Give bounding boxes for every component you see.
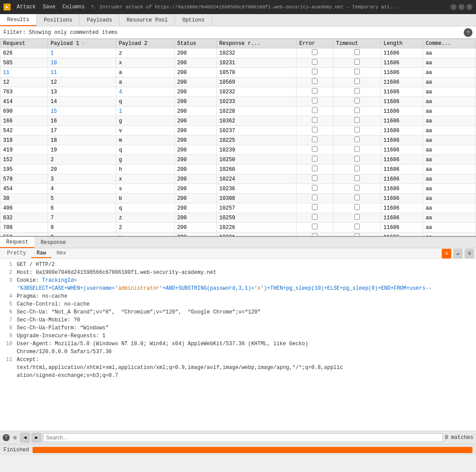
tab-positions[interactable]: Positions <box>37 14 80 26</box>
cell-timeout[interactable] <box>333 194 381 203</box>
table-row[interactable]: 578 3 x 200 10224 11606 aa <box>0 174 476 184</box>
error-checkbox[interactable] <box>312 166 318 171</box>
minimize-button[interactable]: − <box>450 4 457 10</box>
col-response[interactable]: Response r... <box>216 39 297 48</box>
tab-resource-pool[interactable]: Resource Pool <box>120 14 176 26</box>
error-checkbox[interactable] <box>312 224 318 229</box>
table-row[interactable]: 690 15 1 200 10228 11606 aa <box>0 107 476 116</box>
cell-error[interactable] <box>297 77 333 87</box>
error-checkbox[interactable] <box>312 49 318 55</box>
table-row[interactable]: 454 4 s 200 10236 11606 aa <box>0 184 476 194</box>
search-help-icon[interactable]: ? <box>3 434 10 441</box>
error-checkbox[interactable] <box>312 127 318 133</box>
cell-error[interactable] <box>297 68 333 77</box>
search-input[interactable] <box>43 433 443 442</box>
save-menu[interactable]: Save <box>40 3 58 11</box>
error-checkbox[interactable] <box>312 146 318 152</box>
tab-payloads[interactable]: Payloads <box>80 14 120 26</box>
payload-link[interactable]: 1 <box>119 108 122 114</box>
cell-timeout[interactable] <box>333 48 381 58</box>
cell-error[interactable] <box>297 213 333 223</box>
cell-error[interactable] <box>297 155 333 165</box>
cell-timeout[interactable] <box>333 107 381 116</box>
table-row[interactable]: 195 20 h 200 10260 11606 aa <box>0 165 476 174</box>
cell-timeout[interactable] <box>333 126 381 136</box>
cell-timeout[interactable] <box>333 136 381 145</box>
col-status[interactable]: Status <box>174 39 216 48</box>
cell-timeout[interactable] <box>333 77 381 87</box>
col-payload1[interactable]: Payload 1 ↑ <box>48 39 116 48</box>
table-row[interactable]: 166 16 g 200 10362 11606 aa <box>0 116 476 126</box>
timeout-checkbox[interactable] <box>354 224 360 229</box>
cell-error[interactable] <box>297 97 333 107</box>
col-request[interactable]: Request <box>0 39 48 48</box>
cell-timeout[interactable] <box>333 165 381 174</box>
close-button[interactable]: × <box>466 4 472 10</box>
timeout-checkbox[interactable] <box>354 146 360 152</box>
table-row[interactable]: 559 9 w 200 10231 11606 aa <box>0 232 476 237</box>
search-back-button[interactable]: ◀ <box>20 433 30 442</box>
error-checkbox[interactable] <box>312 175 318 181</box>
payload-link[interactable]: 4 <box>119 89 122 95</box>
error-checkbox[interactable] <box>312 107 318 113</box>
col-error[interactable]: Error <box>297 39 333 48</box>
table-row[interactable]: 152 2 g 200 10250 11606 aa <box>0 155 476 165</box>
cell-timeout[interactable] <box>333 58 381 68</box>
cell-timeout[interactable] <box>333 97 381 107</box>
col-payload2[interactable]: Payload 2 <box>116 39 175 48</box>
cell-error[interactable] <box>297 194 333 203</box>
table-row[interactable]: 419 19 q 200 10239 11606 aa <box>0 145 476 155</box>
cell-error[interactable] <box>297 107 333 116</box>
sub-tab-pretty[interactable]: Pretty <box>2 249 31 258</box>
timeout-checkbox[interactable] <box>354 233 360 237</box>
table-row[interactable]: 708 8 2 200 10226 11606 aa <box>0 223 476 232</box>
indent-button[interactable]: ↵ <box>453 249 463 258</box>
cell-error[interactable] <box>297 48 333 58</box>
cell-error[interactable] <box>297 184 333 194</box>
table-row[interactable]: 542 17 v 200 10237 11606 aa <box>0 126 476 136</box>
error-checkbox[interactable] <box>312 204 318 210</box>
error-checkbox[interactable] <box>312 88 318 94</box>
sub-tab-raw[interactable]: Raw <box>31 249 51 258</box>
error-checkbox[interactable] <box>312 78 318 84</box>
request-link[interactable]: 11 <box>3 70 9 76</box>
timeout-checkbox[interactable] <box>354 59 360 65</box>
cell-timeout[interactable] <box>333 184 381 194</box>
cell-timeout[interactable] <box>333 145 381 155</box>
error-checkbox[interactable] <box>312 233 318 237</box>
payload-link[interactable]: 15 <box>51 108 57 114</box>
sub-tab-hex[interactable]: Hex <box>51 249 72 258</box>
cell-timeout[interactable] <box>333 155 381 165</box>
timeout-checkbox[interactable] <box>354 49 360 55</box>
cell-error[interactable] <box>297 58 333 68</box>
table-row[interactable]: 318 18 m 200 10225 11606 aa <box>0 136 476 145</box>
maximize-button[interactable]: □ <box>458 4 465 10</box>
col-comment[interactable]: Comme... <box>423 39 476 48</box>
pane-tab-request[interactable]: Request <box>0 237 34 248</box>
cell-error[interactable] <box>297 232 333 237</box>
cell-error[interactable] <box>297 87 333 97</box>
help-button[interactable]: ? <box>464 28 472 37</box>
timeout-checkbox[interactable] <box>354 117 360 123</box>
timeout-checkbox[interactable] <box>354 127 360 133</box>
error-checkbox[interactable] <box>312 185 318 191</box>
tab-results[interactable]: Results <box>0 14 37 26</box>
more-button[interactable]: ≡ <box>465 249 474 258</box>
wordwrap-button[interactable]: ≡ <box>442 249 451 258</box>
table-row[interactable]: 414 14 q 200 10233 11606 aa <box>0 97 476 107</box>
timeout-checkbox[interactable] <box>354 204 360 210</box>
error-checkbox[interactable] <box>312 195 318 200</box>
col-length[interactable]: Length <box>381 39 423 48</box>
code-area[interactable]: 1GET / HTTP/22Host: 0a1900e7046d24159856… <box>0 259 476 431</box>
table-row[interactable]: 30 5 b 200 10308 11606 aa <box>0 194 476 203</box>
table-row[interactable]: 585 10 x 200 10231 11606 aa <box>0 58 476 68</box>
cell-timeout[interactable] <box>333 87 381 97</box>
cell-timeout[interactable] <box>333 68 381 77</box>
timeout-checkbox[interactable] <box>354 69 360 74</box>
timeout-checkbox[interactable] <box>354 214 360 220</box>
cell-timeout[interactable] <box>333 223 381 232</box>
timeout-checkbox[interactable] <box>354 78 360 84</box>
timeout-checkbox[interactable] <box>354 185 360 191</box>
cell-timeout[interactable] <box>333 232 381 237</box>
cell-error[interactable] <box>297 223 333 232</box>
